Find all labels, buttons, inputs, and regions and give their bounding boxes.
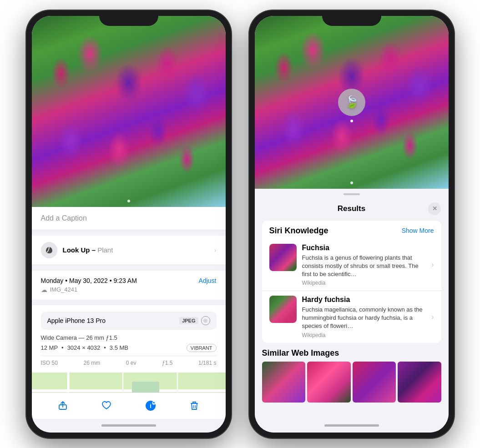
mp-spec: 12 MP (41, 344, 58, 351)
results-title: Results (338, 204, 365, 213)
siri-knowledge-header: Siri Knowledge Show More (262, 221, 441, 239)
similar-image-3[interactable] (353, 362, 396, 403)
photo-dot-left (127, 200, 130, 202)
hardy-fuchsia-desc: Fuchsia magellanica, commonly known as t… (302, 306, 426, 331)
photo-right[interactable]: 🍃 (255, 16, 449, 189)
device-header: Apple iPhone 13 Pro JPEG ◎ (41, 312, 217, 330)
map-thumbnail[interactable] (32, 372, 226, 393)
results-handle (255, 189, 449, 200)
handle-bar (344, 193, 360, 195)
screen-right: 🍃 Results ✕ Siri Knowledge Show More (255, 16, 449, 433)
svg-rect-7 (132, 382, 159, 393)
trash-button[interactable] (187, 398, 202, 413)
location-icon: ◎ (201, 316, 210, 325)
home-indicator-right (255, 419, 449, 433)
home-bar-left (101, 424, 156, 427)
filename: IMG_4241 (50, 286, 78, 293)
siri-knowledge-title: Siri Knowledge (269, 226, 328, 236)
file-row: ☁ IMG_4241 (41, 286, 217, 293)
home-bar-right (324, 424, 379, 427)
similar-images-row (262, 362, 441, 403)
info-area-left[interactable]: Add a Caption Look Up – Plant › (32, 207, 226, 393)
lookup-row[interactable]: Look Up – Plant › (32, 236, 226, 265)
info-button[interactable]: i ✦ (143, 398, 158, 413)
device-name: Apple iPhone 13 Pro (47, 317, 106, 324)
date-text: Monday • May 30, 2022 • 9:23 AM (41, 277, 137, 284)
ev-spec: 0 ev (126, 360, 136, 366)
sep1: • (61, 344, 64, 351)
similar-image-1[interactable] (262, 362, 306, 403)
info-icon: i ✦ (145, 400, 157, 412)
lookup-chevron: › (214, 247, 217, 254)
siri-knowledge-section: Siri Knowledge Show More Fuchsia Fuchsia… (262, 221, 441, 343)
phone-right: 🍃 Results ✕ Siri Knowledge Show More (249, 10, 454, 438)
share-icon (58, 401, 68, 411)
svg-text:✦: ✦ (152, 402, 155, 405)
siri-badge: 🍃 (338, 89, 365, 116)
focal-spec: 26 mm (83, 360, 100, 366)
phone-left: Add a Caption Look Up – Plant › (26, 10, 231, 438)
heart-button[interactable] (99, 398, 114, 413)
adjust-button[interactable]: Adjust (199, 277, 217, 284)
hardy-fuchsia-title: Hardy fuchsia (302, 296, 426, 304)
hardy-fuchsia-source: Wikipedia (302, 332, 426, 338)
results-panel[interactable]: Results ✕ Siri Knowledge Show More Fuchs… (255, 189, 449, 419)
trash-icon (189, 401, 199, 411)
knowledge-item-fuchsia[interactable]: Fuchsia Fuchsia is a genus of flowering … (262, 239, 441, 291)
share-button[interactable] (56, 398, 70, 413)
date-row: Monday • May 30, 2022 • 9:23 AM Adjust (41, 277, 217, 284)
fuchsia-content: Fuchsia Fuchsia is a genus of flowering … (302, 244, 426, 287)
heart-icon (101, 401, 111, 411)
similar-section: Similar Web Images (262, 348, 441, 403)
fuchsia-desc: Fuchsia is a genus of flowering plants t… (302, 254, 426, 279)
lookup-icon (41, 242, 57, 258)
fuchsia-chevron: › (431, 261, 434, 269)
vibrant-badge: VIBRANT (187, 344, 217, 352)
file-specs: 12 MP • 3024 × 4032 • 3.5 MB VIBRANT (41, 344, 217, 352)
bottom-toolbar-left: i ✦ (32, 393, 226, 419)
lookup-label: Look Up – Plant (63, 246, 113, 254)
fuchsia-thumb (269, 244, 297, 271)
similar-title: Similar Web Images (262, 348, 441, 358)
cloud-icon: ☁ (41, 286, 47, 293)
caption-area: Add a Caption (32, 207, 226, 230)
home-indicator-left (32, 419, 226, 433)
caption-placeholder[interactable]: Add a Caption (41, 214, 87, 222)
notch-left (99, 10, 158, 26)
exif-row: ISO 50 26 mm 0 ev ƒ1.5 1/181 s (41, 356, 217, 366)
map-roads-svg (32, 372, 226, 393)
metadata-section: Monday • May 30, 2022 • 9:23 AM Adjust ☁… (32, 271, 226, 300)
results-header: Results ✕ (255, 200, 449, 221)
similar-image-4[interactable] (398, 362, 441, 403)
leaf-icon (45, 246, 53, 254)
hardy-fuchsia-chevron: › (431, 313, 434, 321)
fuchsia-source: Wikipedia (302, 280, 426, 286)
svg-text:i: i (150, 403, 152, 409)
siri-dot (350, 120, 353, 122)
hardy-fuchsia-content: Hardy fuchsia Fuchsia magellanica, commo… (302, 296, 426, 338)
device-section: Apple iPhone 13 Pro JPEG ◎ Wide Camera —… (32, 305, 226, 372)
shutter-spec: 1/181 s (198, 360, 216, 366)
notch-right (322, 10, 381, 26)
sep2: • (104, 344, 106, 351)
iso-spec: ISO 50 (41, 360, 58, 366)
photo-dot-right (350, 181, 353, 184)
siri-leaf-icon: 🍃 (344, 95, 359, 109)
format-badge: JPEG (179, 317, 198, 324)
photo-left[interactable] (32, 16, 226, 207)
flower-overlay-left (32, 16, 226, 207)
screen-left: Add a Caption Look Up – Plant › (32, 16, 226, 433)
resolution-spec: 3024 × 4032 (67, 344, 101, 351)
camera-specs: Wide Camera — 26 mm ƒ1.5 (41, 334, 217, 341)
hardy-fuchsia-thumb (269, 296, 297, 323)
close-button[interactable]: ✕ (428, 202, 441, 215)
show-more-button[interactable]: Show More (402, 227, 434, 234)
size-spec: 3.5 MB (110, 344, 128, 351)
similar-image-2[interactable] (307, 362, 351, 403)
knowledge-item-hardy-fuchsia[interactable]: Hardy fuchsia Fuchsia magellanica, commo… (262, 291, 441, 343)
aperture-spec: ƒ1.5 (162, 360, 172, 366)
fuchsia-title: Fuchsia (302, 244, 426, 252)
